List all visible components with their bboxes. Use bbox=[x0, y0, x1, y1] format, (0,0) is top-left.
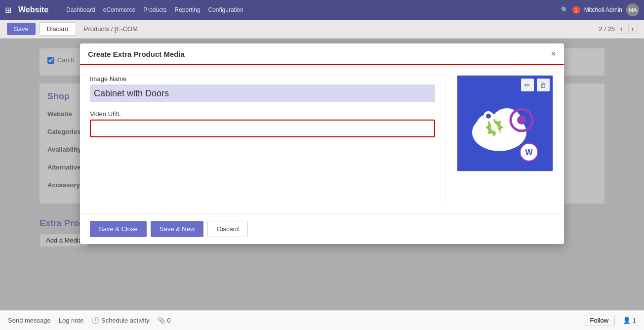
clock-icon: 🕐 bbox=[91, 317, 99, 324]
grid-icon[interactable]: ⊞ bbox=[5, 5, 11, 15]
next-button[interactable]: › bbox=[628, 24, 637, 34]
delete-image-button[interactable]: 🗑 bbox=[537, 79, 550, 91]
discard-button[interactable]: Discard bbox=[40, 22, 76, 36]
image-name-group: Image Name Cabinet with Doors bbox=[90, 75, 435, 102]
search-icon[interactable]: 🔍 bbox=[561, 6, 568, 13]
paperclip-icon: 📎 bbox=[158, 317, 165, 324]
video-url-group: Video URL bbox=[90, 110, 435, 137]
modal-footer: Save & Close Save & New Discard bbox=[80, 213, 564, 244]
close-button[interactable]: × bbox=[551, 49, 556, 58]
modal-body: Image Name Cabinet with Doors Video URL … bbox=[80, 65, 564, 213]
topbar: ⊞ Website Dashboard eCommerce Products R… bbox=[0, 0, 644, 20]
svg-text:W: W bbox=[525, 148, 533, 157]
nav-dashboard[interactable]: Dashboard bbox=[63, 6, 98, 13]
follower-number: 1 bbox=[633, 317, 636, 324]
attachment-count: 0 bbox=[167, 317, 170, 324]
topbar-nav: Dashboard eCommerce Products Reporting C… bbox=[63, 6, 556, 13]
nav-products[interactable]: Products bbox=[140, 6, 169, 13]
prev-button[interactable]: ‹ bbox=[617, 24, 626, 34]
svg-rect-8 bbox=[499, 126, 503, 128]
breadcrumb-pagination: 2 / 25 ‹ › bbox=[599, 24, 637, 34]
person-icon: 👤 bbox=[623, 317, 631, 324]
schedule-activity-button[interactable]: 🕐 Schedule activity bbox=[91, 317, 149, 324]
send-message-button[interactable]: Send message bbox=[8, 317, 51, 324]
save-close-button[interactable]: Save & Close bbox=[90, 221, 147, 237]
svg-rect-7 bbox=[486, 126, 489, 128]
modal-overlay: Create Extra Product Media × Image Name … bbox=[0, 39, 644, 330]
modal-preview: ✏ 🗑 bbox=[455, 75, 554, 204]
pagination-text: 2 / 25 bbox=[599, 25, 615, 33]
svg-point-17 bbox=[517, 116, 526, 124]
save-new-button[interactable]: Save & New bbox=[151, 221, 204, 237]
discard-footer-button[interactable]: Discard bbox=[207, 221, 248, 237]
bottom-bar: Send message Log note 🕐 Schedule activit… bbox=[0, 310, 644, 330]
breadcrumb: Products / [E-COM bbox=[84, 25, 138, 33]
image-actions: ✏ 🗑 bbox=[521, 79, 550, 91]
image-name-input[interactable]: Cabinet with Doors bbox=[90, 84, 435, 102]
app-name[interactable]: Website bbox=[18, 5, 48, 14]
topbar-right: 🔍 1 Mitchell Admin MA bbox=[561, 3, 639, 16]
follow-button[interactable]: Follow bbox=[584, 315, 615, 326]
edit-image-button[interactable]: ✏ bbox=[521, 79, 534, 91]
log-note-button[interactable]: Log note bbox=[59, 317, 84, 324]
save-button[interactable]: Save bbox=[7, 23, 36, 35]
attachment-button[interactable]: 📎 0 bbox=[158, 317, 171, 324]
nav-ecommerce[interactable]: eCommerce bbox=[100, 6, 138, 13]
follower-count: 👤 1 bbox=[623, 317, 636, 324]
avatar[interactable]: MA bbox=[626, 3, 639, 16]
modal-header: Create Extra Product Media × bbox=[80, 43, 564, 65]
schedule-activity-label: Schedule activity bbox=[101, 317, 150, 324]
image-name-label: Image Name bbox=[90, 75, 435, 82]
modal-form: Image Name Cabinet with Doors Video URL bbox=[90, 75, 445, 204]
nav-configuration[interactable]: Configuration bbox=[205, 6, 246, 13]
video-url-label: Video URL bbox=[90, 110, 435, 118]
breadcrumb-bar: Save Discard Products / [E-COM 2 / 25 ‹ … bbox=[0, 20, 644, 39]
modal-title: Create Extra Product Media bbox=[88, 50, 185, 58]
notification-badge[interactable]: 1 bbox=[572, 6, 580, 14]
create-extra-product-media-dialog: Create Extra Product Media × Image Name … bbox=[80, 43, 564, 244]
video-url-input[interactable] bbox=[90, 120, 435, 137]
image-container: ✏ 🗑 bbox=[457, 75, 553, 171]
svg-rect-6 bbox=[493, 132, 495, 136]
main-content: Can b Shop Website Categories Availabili… bbox=[0, 39, 644, 330]
nav-reporting[interactable]: Reporting bbox=[172, 6, 203, 13]
user-name[interactable]: Mitchell Admin bbox=[584, 6, 622, 13]
